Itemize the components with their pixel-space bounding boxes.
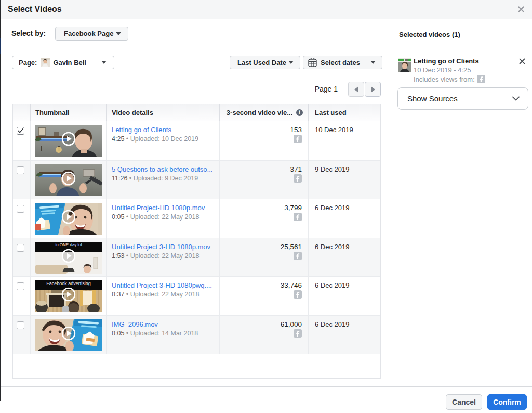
videos-table: Thumbnail Video details 3-second video v…	[12, 104, 381, 379]
video-views-count: 25,561	[281, 243, 302, 251]
select-by-value: Facebook Page	[64, 30, 113, 37]
table-row: Untitled Project 3-HD 1080p.mov 1:53 • U…	[13, 238, 380, 277]
header-views: 3-second video vie... i	[219, 104, 308, 121]
video-thumbnail[interactable]	[35, 319, 102, 351]
caret-down-icon	[288, 61, 294, 64]
video-views-count: 33,746	[281, 281, 302, 289]
info-icon[interactable]: i	[296, 109, 303, 116]
backdrop-edge	[0, 0, 1, 401]
play-icon	[62, 210, 76, 224]
selected-video-thumbnail	[398, 58, 411, 72]
play-icon	[62, 326, 76, 340]
show-sources-select[interactable]: Show Sources	[397, 87, 528, 110]
table-row: Letting go of Clients 4:25 • Uploaded: 1…	[13, 121, 380, 160]
page-value: Gavin Bell	[53, 59, 86, 67]
section-divider	[0, 48, 391, 48]
caret-down-icon	[101, 61, 107, 64]
header-last-used: Last used	[308, 104, 380, 121]
row-checkbox[interactable]	[17, 166, 24, 174]
dates-dropdown[interactable]: Select dates	[303, 56, 382, 69]
video-subtitle: 1:53 • Uploaded: 22 May 2018	[112, 252, 217, 260]
facebook-icon	[477, 75, 485, 83]
video-last-used: 6 Dec 2019	[315, 281, 350, 289]
page-label: Page:	[19, 59, 37, 67]
video-last-used: 6 Dec 2019	[315, 204, 350, 212]
dates-value: Select dates	[321, 59, 360, 67]
table-row: IMG_2096.mov 0:05 • Uploaded: 14 Mar 201…	[13, 315, 380, 354]
modal-footer: Cancel Confirm	[0, 386, 532, 413]
modal-title: Select Videos	[0, 5, 62, 14]
row-checkbox[interactable]	[17, 205, 24, 213]
video-views-count: 153	[290, 126, 302, 134]
video-views-count: 61,000	[281, 320, 302, 328]
video-title-link[interactable]: Untitled Project 3-HD 1080p.mov	[112, 243, 217, 251]
selected-video-title: Letting go of Clients	[414, 57, 479, 65]
caret-down-icon	[116, 32, 121, 35]
video-title-link[interactable]: Untitled Project 3-HD 1080pwq....	[112, 281, 217, 289]
header-checkbox-column	[13, 104, 30, 121]
confirm-button[interactable]: Confirm	[487, 394, 527, 410]
calendar-icon	[308, 58, 317, 67]
caret-down-icon	[370, 61, 376, 64]
sort-value: Last Used Date	[237, 59, 286, 67]
video-subtitle: 11:26 • Uploaded: 9 Dec 2019	[112, 175, 217, 182]
header-thumbnail: Thumbnail	[30, 104, 106, 121]
video-title-link[interactable]: 5 Questions to ask before outso...	[112, 165, 217, 173]
facebook-icon	[294, 174, 302, 183]
facebook-icon	[294, 213, 302, 221]
row-checkbox[interactable]	[17, 244, 24, 252]
video-subtitle: 0:05 • Uploaded: 22 May 2018	[112, 213, 217, 221]
play-icon	[62, 288, 76, 302]
video-thumbnail[interactable]	[35, 125, 102, 157]
facebook-icon	[294, 135, 302, 143]
table-body: Letting go of Clients 4:25 • Uploaded: 1…	[13, 121, 380, 354]
select-by-label: Select by:	[11, 27, 46, 41]
select-by-row: Select by: Facebook Page	[0, 19, 391, 48]
row-checkbox[interactable]	[17, 127, 24, 135]
modal-titlebar: Select Videos	[0, 0, 532, 19]
video-title-link[interactable]: Untitled Project-HD 1080p.mov	[112, 204, 217, 212]
video-thumbnail[interactable]	[35, 164, 102, 196]
arrow-right-icon	[371, 86, 375, 93]
video-last-used: 10 Dec 2019	[315, 126, 353, 134]
video-thumbnail[interactable]	[35, 280, 102, 312]
selected-video-meta: 10 Dec 2019 - 4:25	[414, 66, 471, 74]
row-checkbox[interactable]	[17, 321, 24, 329]
page-avatar	[41, 58, 50, 67]
video-views-count: 371	[290, 165, 302, 173]
selected-videos-sidebar: Selected videos (1) Letting go of Client…	[391, 19, 532, 386]
video-title-link[interactable]: Letting go of Clients	[112, 126, 217, 134]
video-subtitle: 0:05 • Uploaded: 14 Mar 2018	[112, 330, 217, 337]
video-thumbnail[interactable]	[35, 203, 102, 235]
facebook-icon	[294, 290, 302, 299]
header-video-details: Video details	[106, 104, 219, 121]
table-row: Untitled Project-HD 1080p.mov 0:05 • Upl…	[13, 199, 380, 238]
next-page-button[interactable]	[365, 82, 381, 97]
table-row: Untitled Project 3-HD 1080pwq.... 0:37 •…	[13, 276, 380, 315]
play-icon	[62, 171, 76, 185]
page-dropdown[interactable]: Page: Gavin Bell	[12, 56, 114, 69]
video-last-used: 6 Dec 2019	[315, 320, 350, 328]
video-thumbnail[interactable]	[35, 242, 102, 274]
facebook-icon	[294, 252, 302, 260]
show-sources-label: Show Sources	[407, 94, 458, 103]
chevron-down-icon	[512, 96, 520, 101]
prev-page-button[interactable]	[348, 82, 364, 97]
page-indicator: Page 1	[281, 82, 338, 97]
play-icon	[62, 132, 76, 146]
arrow-left-icon	[354, 86, 358, 93]
table-header: Thumbnail Video details 3-second video v…	[13, 104, 380, 121]
video-last-used: 9 Dec 2019	[315, 165, 350, 173]
video-views-count: 3,799	[284, 204, 302, 212]
table-row: 5 Questions to ask before outso... 11:26…	[13, 160, 380, 199]
modal-close-icon[interactable]	[515, 4, 527, 15]
facebook-icon	[294, 329, 302, 338]
sort-dropdown[interactable]: Last Used Date	[230, 56, 300, 69]
select-by-dropdown[interactable]: Facebook Page	[55, 27, 128, 41]
video-title-link[interactable]: IMG_2096.mov	[112, 320, 217, 328]
row-checkbox[interactable]	[17, 282, 24, 290]
play-icon	[62, 249, 76, 263]
cancel-button[interactable]: Cancel	[446, 394, 482, 410]
main-panel: Select by: Facebook Page Page: Gavin Bel…	[0, 19, 391, 386]
remove-selected-icon[interactable]	[519, 57, 527, 66]
